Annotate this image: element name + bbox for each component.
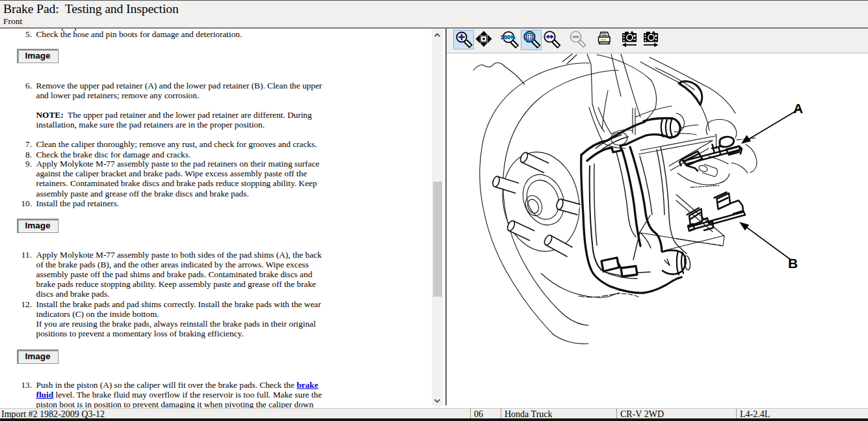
svg-text:100%: 100% — [500, 34, 515, 40]
svg-text:A: A — [793, 101, 803, 116]
svg-text:B: B — [788, 256, 798, 271]
